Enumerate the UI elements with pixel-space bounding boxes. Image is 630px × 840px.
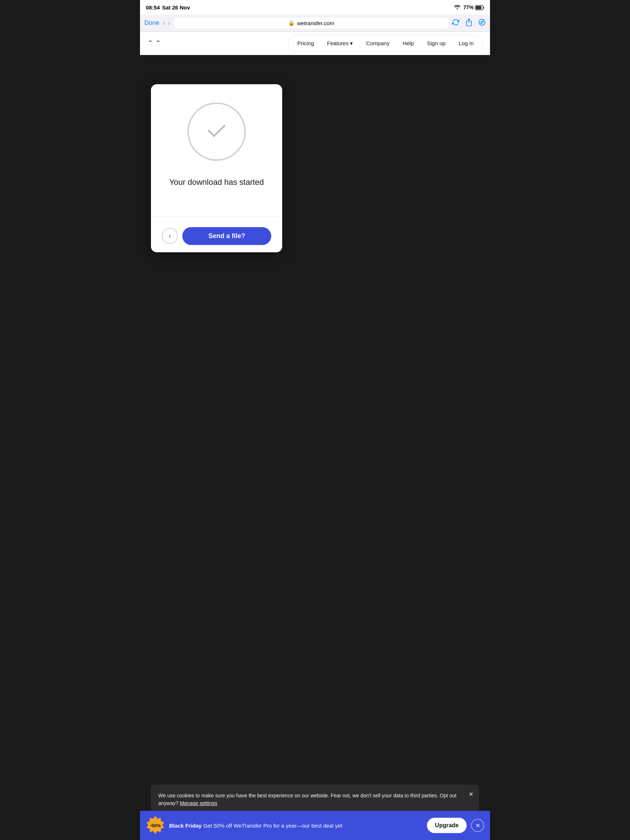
bf-close-button[interactable]: ✕ [471, 819, 484, 832]
nav-help[interactable]: Help [397, 37, 420, 49]
nav-signup[interactable]: Sign up [421, 37, 452, 49]
nav-features[interactable]: Features ▾ [321, 37, 359, 50]
chevron-down-icon: ▾ [350, 40, 353, 47]
compass-button[interactable] [478, 19, 486, 28]
browser-bar: Done ‹ › 🔒 wetransfer.com [140, 14, 490, 32]
svg-rect-1 [483, 7, 484, 9]
svg-rect-2 [476, 6, 482, 9]
manage-settings-link[interactable]: Manage settings [180, 800, 217, 806]
checkmark-icon [204, 119, 229, 144]
download-message: Your download has started [169, 177, 264, 188]
check-circle [187, 103, 246, 161]
share-button[interactable] [465, 18, 472, 28]
lock-icon: 🔒 [288, 20, 295, 26]
bf-badge: -50% [146, 816, 165, 835]
nav-login[interactable]: Log in [453, 37, 479, 49]
nav-links: Pricing Features ▾ Company Help Sign up … [288, 35, 483, 52]
card-actions: ‹ Send a file? [162, 226, 271, 245]
svg-text:we: we [162, 39, 172, 47]
url-bar[interactable]: 🔒 wetransfer.com [174, 17, 448, 28]
time-display: 08:54 [146, 5, 160, 11]
back-button[interactable]: ‹ [162, 228, 178, 244]
wifi-icon [454, 5, 461, 11]
card-divider [151, 216, 282, 217]
cookie-banner: We use cookies to make sure you have the… [151, 785, 479, 815]
reload-button[interactable] [452, 19, 459, 28]
bf-text: Black Friday Get 50% off WeTransfer Pro … [169, 822, 423, 829]
done-button[interactable]: Done [144, 19, 159, 27]
logo[interactable]: we [147, 38, 178, 49]
url-text: wetransfer.com [297, 20, 334, 26]
cookie-close-button[interactable]: × [469, 790, 473, 798]
download-card: Your download has started ‹ Send a file? [151, 84, 282, 252]
svg-marker-5 [480, 21, 483, 23]
upgrade-button[interactable]: Upgrade [427, 818, 467, 833]
date-display: Sat 26 Nov [162, 5, 190, 11]
close-icon: ✕ [475, 822, 480, 829]
back-nav-button[interactable]: ‹ [163, 19, 165, 27]
cookie-text: We use cookies to make sure you have the… [158, 792, 461, 807]
nav-pricing[interactable]: Pricing [291, 37, 320, 49]
nav-bar: we Pricing Features ▾ Company Help Sign … [140, 32, 490, 55]
forward-nav-button[interactable]: › [168, 19, 170, 27]
main-content: Your download has started ‹ Send a file? [140, 55, 490, 281]
bf-banner: -50% Black Friday Get 50% off WeTransfer… [140, 811, 490, 840]
send-file-button[interactable]: Send a file? [182, 227, 271, 245]
nav-company[interactable]: Company [360, 37, 395, 49]
status-bar: 08:54 Sat 26 Nov 77% [140, 0, 490, 14]
svg-point-4 [479, 19, 485, 25]
battery-display: 77% [463, 5, 484, 10]
